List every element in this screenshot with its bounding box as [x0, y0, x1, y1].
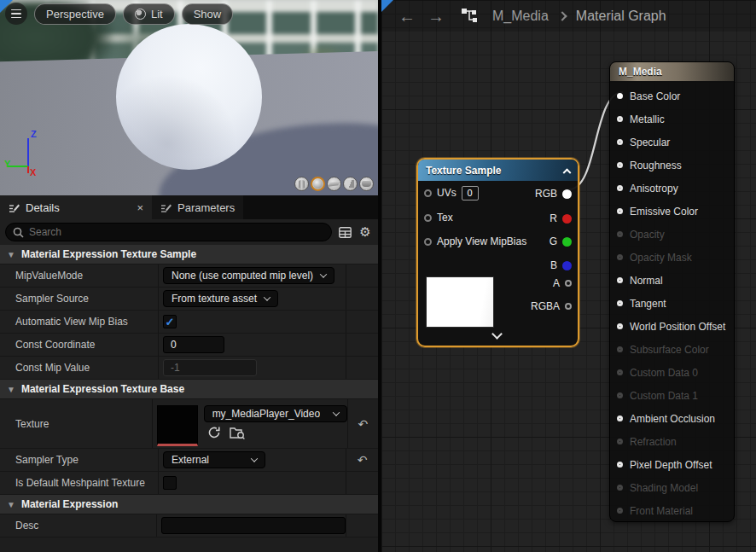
output-pin-g[interactable]: G — [550, 234, 572, 249]
material-pin-metallic[interactable]: Metallic — [610, 107, 734, 131]
material-pin-pixel-depth-offset[interactable]: Pixel Depth Offset — [610, 453, 734, 476]
collapse-triangle-icon[interactable]: ▼ — [7, 385, 15, 394]
collapse-triangle-icon[interactable]: ▼ — [7, 500, 15, 509]
use-selected-asset-icon[interactable] — [207, 426, 221, 443]
material-pin-front-material[interactable]: Front Material — [610, 499, 734, 522]
pin-icon[interactable] — [617, 369, 623, 375]
pin-icon[interactable] — [617, 231, 623, 237]
pin-icon[interactable] — [562, 214, 572, 224]
pin-icon[interactable] — [424, 238, 432, 246]
pin-icon[interactable] — [617, 254, 623, 260]
shape-teapot-button[interactable] — [359, 177, 374, 191]
material-pin-custom-data-0[interactable]: Custom Data 0 — [610, 361, 734, 384]
pin-icon[interactable] — [617, 93, 623, 99]
sampler-source-dropdown[interactable]: From texture asset — [163, 290, 278, 307]
input-pin-tex[interactable]: Tex — [424, 209, 453, 226]
pin-icon[interactable] — [424, 214, 432, 222]
texture-asset-dropdown[interactable]: my_MediaPlayer_Video — [204, 405, 347, 422]
material-pin-custom-data-1[interactable]: Custom Data 1 — [610, 384, 734, 407]
is-default-meshpaint-checkbox[interactable] — [163, 476, 177, 490]
preview-viewport[interactable]: Perspective Lit Show Z Y X — [0, 0, 378, 195]
pin-icon[interactable] — [562, 261, 572, 270]
show-button[interactable]: Show — [182, 3, 234, 25]
browse-to-asset-icon[interactable] — [230, 426, 245, 443]
shape-plane-button[interactable] — [327, 177, 341, 191]
pin-icon[interactable] — [617, 208, 623, 214]
pin-icon[interactable] — [617, 346, 623, 352]
pin-icon[interactable] — [617, 508, 623, 514]
desc-input[interactable] — [161, 517, 346, 534]
const-mip-value-input[interactable] — [163, 359, 257, 376]
pin-icon[interactable] — [565, 280, 572, 287]
output-pin-rgb[interactable]: RGB — [535, 186, 572, 201]
search-box[interactable] — [5, 223, 332, 241]
node-m-media[interactable]: M_Media Base ColorMetallicSpecularRoughn… — [609, 61, 735, 522]
pin-icon[interactable] — [562, 189, 572, 199]
pin-icon[interactable] — [565, 303, 572, 310]
breadcrumb-current[interactable]: Material Graph — [576, 9, 666, 24]
pin-icon[interactable] — [617, 323, 623, 329]
pin-icon[interactable] — [617, 300, 623, 306]
texture-thumbnail[interactable] — [157, 405, 198, 446]
chevron-up-icon[interactable] — [563, 168, 572, 177]
back-arrow-button[interactable]: ← — [398, 8, 416, 25]
chevron-down-icon[interactable] — [491, 328, 503, 340]
pin-icon[interactable] — [617, 415, 623, 421]
collapse-triangle-icon[interactable]: ▼ — [7, 250, 15, 259]
pin-icon[interactable] — [617, 392, 623, 398]
material-pin-world-position-offset[interactable]: World Position Offset — [610, 315, 734, 338]
material-pin-roughness[interactable]: Roughness — [610, 154, 734, 177]
material-pin-subsurface-color[interactable]: Subsurface Color — [610, 338, 734, 361]
input-pin-apply-view-mipbias[interactable]: Apply View MipBias — [424, 233, 526, 250]
shape-cylinder-button[interactable] — [294, 177, 309, 191]
viewport-menu-button[interactable] — [5, 3, 27, 25]
mipvaluemode-dropdown[interactable]: None (use computed mip level) — [163, 267, 334, 284]
section-header-material-expression[interactable]: ▼ Material Expression — [0, 495, 378, 514]
pin-icon[interactable] — [424, 189, 432, 197]
tab-details[interactable]: Details × — [0, 195, 152, 219]
tab-parameters[interactable]: Parameters — [152, 195, 243, 219]
display-filter-icon[interactable] — [337, 224, 352, 240]
material-pin-normal[interactable]: Normal — [610, 269, 734, 292]
pin-icon[interactable] — [617, 139, 623, 145]
settings-gear-icon[interactable]: ⚙ — [358, 224, 373, 240]
pin-icon[interactable] — [617, 277, 623, 283]
material-pin-ambient-occlusion[interactable]: Ambient Occlusion — [610, 407, 734, 430]
input-pin-uvs[interactable]: UVs 0 — [424, 184, 479, 201]
node-header[interactable]: M_Media — [610, 62, 734, 81]
output-pin-r[interactable]: R — [550, 211, 572, 226]
pin-icon[interactable] — [617, 162, 623, 168]
material-pin-shading-model[interactable]: Shading Model — [610, 476, 734, 499]
material-pin-emissive-color[interactable]: Emissive Color — [610, 200, 734, 223]
reset-to-default-button[interactable]: ↶ — [358, 453, 368, 467]
output-pin-a[interactable]: A — [553, 276, 572, 291]
output-pin-b[interactable]: B — [550, 258, 572, 273]
automatic-view-mip-bias-checkbox[interactable]: ✓ — [163, 315, 177, 328]
shape-cube-button[interactable] — [343, 177, 358, 191]
forward-arrow-button[interactable]: → — [427, 8, 445, 25]
pin-icon[interactable] — [617, 485, 623, 491]
output-pin-rgba[interactable]: RGBA — [531, 299, 572, 314]
section-header-texture-sample[interactable]: ▼ Material Expression Texture Sample — [0, 245, 378, 264]
pin-icon[interactable] — [617, 116, 623, 122]
material-pin-opacity[interactable]: Opacity — [610, 223, 734, 246]
search-input[interactable] — [29, 226, 324, 238]
shape-sphere-button[interactable] — [311, 177, 325, 191]
breadcrumb-root[interactable]: M_Media — [492, 9, 549, 24]
material-pin-anisotropy[interactable]: Anisotropy — [610, 177, 734, 200]
sampler-type-dropdown[interactable]: External — [163, 451, 265, 468]
material-pin-specular[interactable]: Specular — [610, 131, 734, 154]
pin-icon[interactable] — [562, 237, 572, 247]
reset-to-default-button[interactable]: ↶ — [358, 417, 368, 431]
node-header[interactable]: Texture Sample — [418, 160, 578, 181]
section-header-texture-base[interactable]: ▼ Material Expression Texture Base — [0, 380, 378, 399]
pin-icon[interactable] — [617, 439, 623, 445]
node-texture-sample[interactable]: Texture Sample UVs 0 Tex Apply View MipB… — [416, 158, 579, 347]
material-pin-opacity-mask[interactable]: Opacity Mask — [610, 246, 734, 269]
pin-icon[interactable] — [617, 185, 623, 191]
uvs-value-box[interactable]: 0 — [462, 186, 479, 200]
lit-mode-button[interactable]: Lit — [123, 3, 175, 25]
const-coordinate-input[interactable] — [163, 336, 224, 353]
material-pin-base-color[interactable]: Base Color — [610, 84, 734, 107]
material-pin-tangent[interactable]: Tangent — [610, 292, 734, 315]
